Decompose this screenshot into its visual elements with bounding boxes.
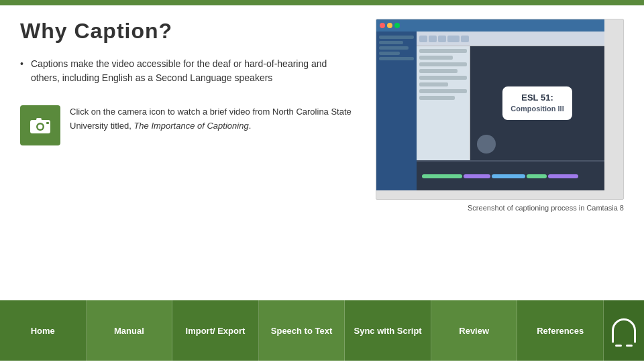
tb-btn-5 <box>461 36 469 42</box>
fake-toolbar <box>417 32 604 46</box>
bullet-item: Captions make the video accessible for t… <box>20 57 356 85</box>
fl-3 <box>419 62 467 66</box>
fake-timeline <box>417 160 604 190</box>
fake-left-panel <box>417 46 470 160</box>
fl-1 <box>419 49 467 53</box>
page-title: Why Caption? <box>20 19 356 44</box>
tb-btn-1 <box>419 36 427 42</box>
main-content: Why Caption? Captions make the video acc… <box>0 5 644 300</box>
timeline-bar-1 <box>422 174 462 178</box>
max-dot <box>394 23 400 28</box>
timeline-bar-5 <box>548 174 578 178</box>
fake-body: ESL 51: Composition III <box>376 32 604 190</box>
nav-sync-with-script[interactable]: Sync with Script <box>345 300 431 361</box>
min-dot <box>387 23 392 28</box>
fake-topbar <box>376 19 604 32</box>
screenshot-caption: Screenshot of captioning process in Camt… <box>376 204 624 212</box>
tb-btn-2 <box>429 36 437 42</box>
camera-icon-box[interactable] <box>20 105 60 145</box>
fl-5 <box>419 76 467 80</box>
fl-2 <box>419 56 453 60</box>
screenshot-image: ESL 51: Composition III <box>376 19 624 200</box>
camera-icon <box>28 113 52 137</box>
tb-btn-3 <box>438 36 446 42</box>
esl-subtitle: Composition III <box>511 104 564 114</box>
nav-review[interactable]: Review <box>431 300 518 361</box>
bullet-section: Captions make the video accessible for t… <box>20 57 356 85</box>
esl-title: ESL 51: <box>511 92 564 104</box>
timeline-bar-4 <box>527 174 547 178</box>
svg-rect-4 <box>46 122 49 124</box>
fl-6 <box>419 82 448 86</box>
nav-manual[interactable]: Manual <box>87 300 173 361</box>
fake-sidebar <box>376 32 417 190</box>
fl-7 <box>419 89 467 93</box>
timeline-bar-3 <box>492 174 525 178</box>
nav-references[interactable]: References <box>517 300 604 361</box>
esl-box: ESL 51: Composition III <box>502 86 572 120</box>
bottom-logo <box>604 300 644 361</box>
nav-home[interactable]: Home <box>0 300 87 361</box>
svg-rect-3 <box>36 118 42 121</box>
top-bar <box>0 0 644 5</box>
magnify-icon <box>477 135 496 154</box>
fl-4 <box>419 69 458 73</box>
fl-8 <box>419 96 455 100</box>
nav-import-export[interactable]: Import/ Export <box>172 300 259 361</box>
fake-main: ESL 51: Composition III <box>417 32 604 190</box>
camera-description: Click on the camera icon to watch a brie… <box>70 105 356 133</box>
camera-section: Click on the camera icon to watch a brie… <box>20 105 356 145</box>
fake-video-area: ESL 51: Composition III <box>470 46 604 160</box>
bottom-nav: Home Manual Import/ Export Speech to Tex… <box>0 300 644 361</box>
fake-screen: ESL 51: Composition III <box>376 19 604 190</box>
timeline-bar-2 <box>464 174 490 178</box>
fake-content-area: ESL 51: Composition III <box>417 46 604 160</box>
nav-speech-to-text[interactable]: Speech to Text <box>259 300 345 361</box>
left-column: Why Caption? Captions make the video acc… <box>20 19 369 294</box>
right-column: ESL 51: Composition III <box>369 19 624 294</box>
tb-btn-4 <box>447 36 460 42</box>
svg-point-2 <box>38 125 43 129</box>
close-dot <box>380 23 385 28</box>
